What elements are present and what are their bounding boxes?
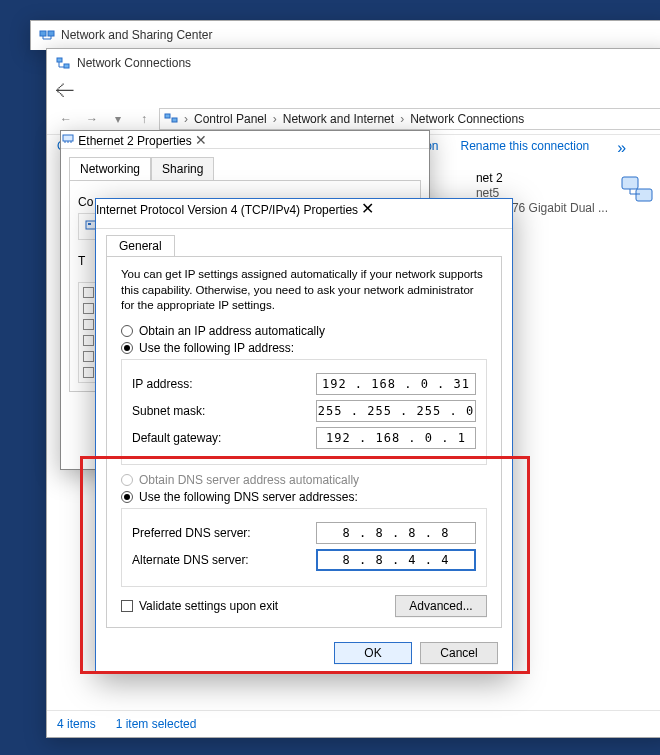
subnet-mask-input[interactable]: 255 . 255 . 255 . 0	[316, 400, 476, 422]
svg-rect-10	[88, 223, 91, 225]
radio-obtain-ip-auto[interactable]: Obtain an IP address automatically	[121, 324, 487, 338]
nav-up-button[interactable]: ↑	[133, 108, 155, 130]
preferred-dns-input[interactable]: 8 . 8 . 8 . 8	[316, 522, 476, 544]
ethernet-icon	[61, 134, 78, 148]
advanced-button[interactable]: Advanced...	[395, 595, 487, 617]
window-title: Network Connections	[77, 56, 191, 70]
svg-rect-0	[40, 31, 46, 36]
chevron-icon: ›	[400, 112, 404, 126]
ip-address-input[interactable]: 192 . 168 . 0 . 31	[316, 373, 476, 395]
breadcrumb[interactable]: Network and Internet	[283, 112, 394, 126]
checkbox-label: Validate settings upon exit	[139, 599, 278, 613]
ok-button[interactable]: OK	[334, 642, 412, 664]
radio-icon	[121, 491, 133, 503]
toolbar-overflow[interactable]: »	[611, 139, 632, 157]
svg-rect-7	[636, 189, 652, 201]
status-selected: 1 item selected	[116, 717, 197, 731]
ipv4-properties-dialog: Internet Protocol Version 4 (TCP/IPv4) P…	[95, 198, 513, 674]
svg-rect-8	[63, 135, 73, 141]
svg-rect-4	[165, 114, 170, 118]
chevron-icon: ›	[273, 112, 277, 126]
tab-sharing[interactable]: Sharing	[151, 157, 214, 180]
default-gateway-label: Default gateway:	[132, 431, 272, 445]
radio-obtain-dns-auto: Obtain DNS server address automatically	[121, 473, 487, 487]
back-arrow-large[interactable]: 🡠	[55, 79, 75, 102]
chevron-icon: ›	[184, 112, 188, 126]
adapter-icon	[618, 171, 658, 211]
description-text: You can get IP settings assigned automat…	[121, 267, 487, 314]
preferred-dns-label: Preferred DNS server:	[132, 526, 272, 540]
svg-rect-3	[64, 64, 69, 68]
svg-rect-6	[622, 177, 638, 189]
network-connections-icon	[55, 55, 71, 71]
breadcrumb[interactable]: Control Panel	[194, 112, 267, 126]
address-bar[interactable]: › Control Panel › Network and Internet ›…	[159, 108, 660, 130]
status-item-count: 4 items	[57, 717, 96, 731]
ip-address-label: IP address:	[132, 377, 272, 391]
radio-icon	[121, 325, 133, 337]
svg-rect-1	[48, 31, 54, 36]
radio-label: Use the following DNS server addresses:	[139, 490, 358, 504]
alternate-dns-label: Alternate DNS server:	[132, 553, 272, 567]
subnet-mask-label: Subnet mask:	[132, 404, 272, 418]
parent-window-titlebar: Network and Sharing Center	[30, 20, 660, 50]
close-button[interactable]: ✕	[195, 132, 207, 148]
radio-use-following-dns[interactable]: Use the following DNS server addresses:	[121, 490, 487, 504]
alternate-dns-input[interactable]: 8 . 8 . 4 . 4	[316, 549, 476, 571]
parent-window-title: Network and Sharing Center	[61, 28, 212, 42]
svg-rect-2	[57, 58, 62, 62]
radio-use-following-ip[interactable]: Use the following IP address:	[121, 341, 487, 355]
dns-fields-group: Preferred DNS server: 8 . 8 . 8 . 8 Alte…	[121, 508, 487, 587]
radio-label: Obtain an IP address automatically	[139, 324, 325, 338]
adapter-name: net 2	[476, 171, 608, 185]
tab-networking[interactable]: Networking	[69, 157, 151, 180]
radio-label: Use the following IP address:	[139, 341, 294, 355]
dialog-title: Internet Protocol Version 4 (TCP/IPv4) P…	[96, 203, 358, 217]
default-gateway-input[interactable]: 192 . 168 . 0 . 1	[316, 427, 476, 449]
validate-on-exit-checkbox[interactable]: Validate settings upon exit	[121, 599, 278, 613]
addr-icon	[164, 111, 178, 128]
rename-cmd[interactable]: Rename this connection	[461, 139, 590, 157]
nav-history-button[interactable]: ▾	[107, 108, 129, 130]
radio-icon	[121, 342, 133, 354]
radio-icon	[121, 474, 133, 486]
svg-rect-5	[172, 118, 177, 122]
network-center-icon	[39, 27, 55, 43]
breadcrumb[interactable]: Network Connections	[410, 112, 524, 126]
cancel-button[interactable]: Cancel	[420, 642, 498, 664]
close-button[interactable]: ✕	[361, 200, 374, 217]
dialog-title: Ethernet 2 Properties	[78, 134, 191, 148]
ip-fields-group: IP address: 192 . 168 . 0 . 31 Subnet ma…	[121, 359, 487, 465]
checkbox-icon	[121, 600, 133, 612]
radio-label: Obtain DNS server address automatically	[139, 473, 359, 487]
nav-back-button[interactable]: ←	[55, 108, 77, 130]
tab-general[interactable]: General	[106, 235, 175, 256]
nav-fwd-button[interactable]: →	[81, 108, 103, 130]
